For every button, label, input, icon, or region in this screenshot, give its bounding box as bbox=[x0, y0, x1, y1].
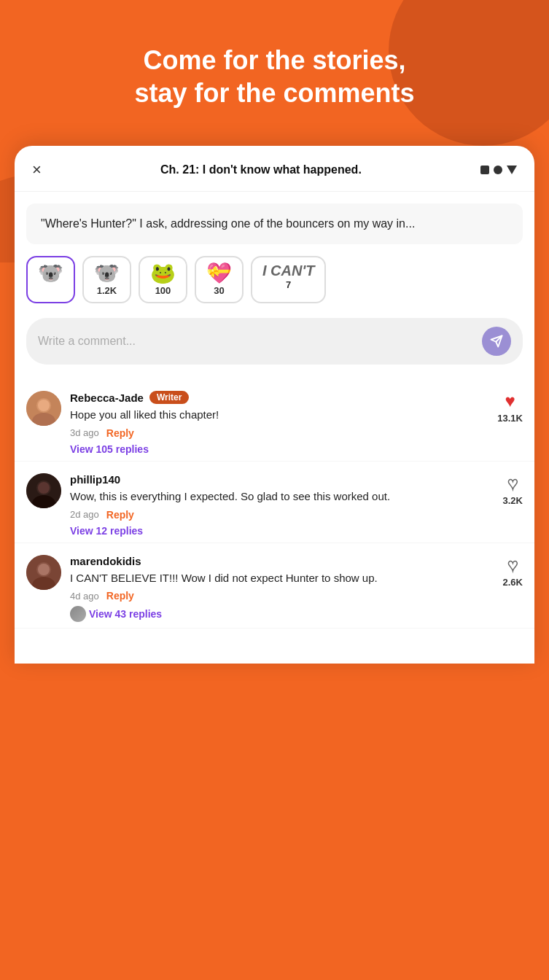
comment-time-3: 4d ago bbox=[70, 591, 99, 602]
avatar-image-marendokidis bbox=[26, 555, 61, 590]
reaction-count-2: 1.2K bbox=[97, 285, 117, 296]
replies-avatar-icon bbox=[70, 606, 86, 622]
reaction-koala-selected[interactable]: 🐨 bbox=[26, 256, 75, 303]
comment-text-3: I CAN'T BELIEVE IT!!! Wow I did not expe… bbox=[70, 570, 494, 586]
comment-body-2: phillip140 Wow, this is everything I exp… bbox=[70, 473, 494, 537]
avatar-marendokidis bbox=[26, 555, 61, 590]
header-icons bbox=[480, 166, 517, 174]
comment-header-1: Rebecca-Jade Writer bbox=[70, 391, 488, 404]
square-icon bbox=[480, 166, 489, 174]
send-button[interactable] bbox=[482, 327, 511, 356]
svg-point-3 bbox=[38, 400, 50, 411]
heart-icon-3[interactable]: ♥ bbox=[507, 556, 518, 574]
like-section-1: ♥ 13.1K bbox=[497, 391, 523, 455]
reaction-emoji-3: 🐸 bbox=[150, 263, 176, 284]
reaction-emoji-1: 🐨 bbox=[38, 263, 63, 284]
reactions-row: 🐨 🐨 1.2K 🐸 100 💝 30 I CAN'T 7 bbox=[15, 244, 534, 309]
svg-point-7 bbox=[38, 482, 50, 494]
comment-time-1: 3d ago bbox=[70, 427, 99, 438]
comment-header-3: marendokidis bbox=[70, 555, 494, 567]
comment-item: marendokidis I CAN'T BELIEVE IT!!! Wow I… bbox=[15, 543, 534, 629]
avatar-rebecca-jade bbox=[26, 391, 61, 426]
like-count-3: 2.6K bbox=[503, 577, 523, 588]
reaction-heart-gift[interactable]: 💝 30 bbox=[195, 256, 244, 303]
comment-header-2: phillip140 bbox=[70, 473, 494, 486]
comment-item: Rebecca-Jade Writer Hope you all liked t… bbox=[15, 379, 534, 462]
avatar-image-phillip bbox=[26, 473, 61, 508]
triangle-icon bbox=[507, 166, 517, 174]
comment-placeholder: Write a comment... bbox=[38, 335, 482, 348]
reply-button-1[interactable]: Reply bbox=[106, 427, 134, 439]
comment-meta-2: 2d ago Reply bbox=[70, 509, 494, 521]
chapter-title: Ch. 21: I don't know what happened. bbox=[49, 163, 473, 176]
comment-body-3: marendokidis I CAN'T BELIEVE IT!!! Wow I… bbox=[70, 555, 494, 623]
heart-icon-1[interactable]: ♥ bbox=[505, 392, 515, 410]
main-card: × Ch. 21: I don't know what happened. "W… bbox=[15, 146, 534, 664]
commenter-name-1: Rebecca-Jade bbox=[70, 392, 144, 404]
comments-list: Rebecca-Jade Writer Hope you all liked t… bbox=[15, 373, 534, 634]
comment-text-1: Hope you all liked this chapter! bbox=[70, 407, 488, 423]
comment-item: phillip140 Wow, this is everything I exp… bbox=[15, 462, 534, 543]
like-section-2: ♥ 3.2K bbox=[503, 473, 523, 537]
comment-meta-3: 4d ago Reply bbox=[70, 590, 494, 602]
comment-input-area[interactable]: Write a comment... bbox=[26, 318, 523, 365]
commenter-name-2: phillip140 bbox=[70, 473, 120, 486]
view-replies-3[interactable]: View 43 replies bbox=[70, 606, 494, 622]
hero-title: Come for the stories, stay for the comme… bbox=[0, 0, 549, 139]
comment-time-2: 2d ago bbox=[70, 509, 99, 520]
comment-body-1: Rebecca-Jade Writer Hope you all liked t… bbox=[70, 391, 488, 455]
reaction-frog[interactable]: 🐸 100 bbox=[139, 256, 187, 303]
reaction-emoji-4: 💝 bbox=[206, 263, 232, 284]
avatar-phillip140 bbox=[26, 473, 61, 508]
avatar-image-rebecca bbox=[26, 391, 61, 426]
reaction-cant[interactable]: I CAN'T 7 bbox=[251, 256, 326, 303]
reaction-emoji-5: I CAN'T bbox=[262, 263, 314, 278]
reply-button-2[interactable]: Reply bbox=[106, 509, 134, 521]
circle-icon bbox=[494, 166, 502, 174]
reaction-emoji-2: 🐨 bbox=[94, 263, 120, 284]
svg-point-11 bbox=[38, 564, 50, 575]
story-excerpt: "Where's Hunter?" I ask, addressing one … bbox=[26, 203, 523, 244]
view-replies-1[interactable]: View 105 replies bbox=[70, 443, 488, 455]
commenter-name-3: marendokidis bbox=[70, 555, 141, 567]
card-header: × Ch. 21: I don't know what happened. bbox=[15, 146, 534, 192]
reaction-count-4: 30 bbox=[214, 285, 224, 296]
reaction-koala-count[interactable]: 🐨 1.2K bbox=[82, 256, 131, 303]
close-button[interactable]: × bbox=[32, 160, 42, 179]
heart-icon-2[interactable]: ♥ bbox=[507, 475, 518, 492]
like-count-2: 3.2K bbox=[503, 495, 523, 506]
reaction-count-5: 7 bbox=[286, 279, 291, 290]
reply-button-3[interactable]: Reply bbox=[106, 590, 134, 602]
comment-meta-1: 3d ago Reply bbox=[70, 427, 488, 439]
reaction-count-3: 100 bbox=[155, 285, 171, 296]
like-count-1: 13.1K bbox=[497, 413, 523, 424]
comment-text-2: Wow, this is everything I expected. So g… bbox=[70, 489, 494, 505]
writer-badge: Writer bbox=[149, 391, 189, 404]
send-icon bbox=[490, 335, 503, 348]
view-replies-2[interactable]: View 12 replies bbox=[70, 525, 494, 537]
like-section-3: ♥ 2.6K bbox=[503, 555, 523, 623]
